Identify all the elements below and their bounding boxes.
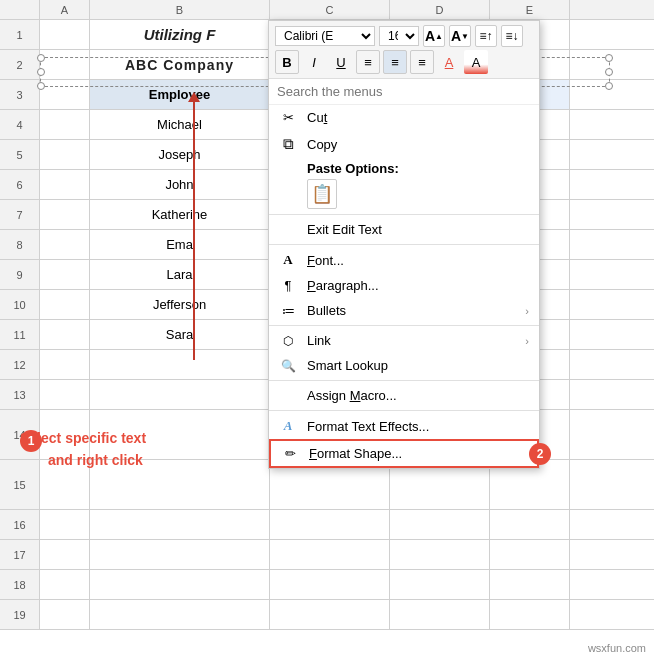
cell-17a <box>40 540 90 569</box>
cell-10b: Jefferson <box>90 290 270 319</box>
cell-3a <box>40 80 90 109</box>
col-header-e: E <box>490 0 570 19</box>
row-num: 2 <box>0 50 40 79</box>
step1-text-line2: and right click <box>48 452 146 468</box>
row-num-spacer <box>0 0 40 19</box>
search-input[interactable] <box>277 84 531 99</box>
align-center-btn[interactable]: ≡ <box>383 50 407 74</box>
indent-btn[interactable]: ≡↑ <box>475 25 497 47</box>
align-left-btn[interactable]: ≡ <box>356 50 380 74</box>
format-shape-icon: ✏ <box>281 446 299 461</box>
toolbar-row1: Calibri (E 16 A▲ A▼ ≡↑ ≡↓ <box>275 25 533 47</box>
font-color-btn[interactable]: A <box>437 50 461 74</box>
exit-edit-label: Exit Edit Text <box>307 222 529 237</box>
paste-options-section: Paste Options: 📋 <box>269 158 539 212</box>
step2-circle: 2 <box>529 443 551 465</box>
bullets-label: Bullets <box>307 303 515 318</box>
bullets-icon: ≔ <box>279 303 297 318</box>
increase-font-btn[interactable]: A▲ <box>423 25 445 47</box>
table-row: 18 <box>0 570 654 600</box>
copy-icon: ⧉ <box>279 135 297 153</box>
cell-7b: Katherine <box>90 200 270 229</box>
row-num: 4 <box>0 110 40 139</box>
col-header-a: A <box>40 0 90 19</box>
menu-item-font[interactable]: A Font... <box>269 247 539 273</box>
cell-6b: John <box>90 170 270 199</box>
cell-19a <box>40 600 90 629</box>
cell-11a <box>40 320 90 349</box>
cut-label: Cut <box>307 110 529 125</box>
toolbar-row2: B I U ≡ ≡ ≡ A A <box>275 50 533 74</box>
annotation-arrow <box>193 100 195 360</box>
align-right-btn[interactable]: ≡ <box>410 50 434 74</box>
menu-item-smart-lookup[interactable]: 🔍 Smart Lookup <box>269 353 539 378</box>
context-menu: Calibri (E 16 A▲ A▼ ≡↑ ≡↓ B I U ≡ ≡ ≡ A … <box>268 20 540 469</box>
row-num: 19 <box>0 600 40 629</box>
italic-btn[interactable]: I <box>302 50 326 74</box>
cut-icon: ✂ <box>279 110 297 125</box>
row-num: 17 <box>0 540 40 569</box>
cell-4a <box>40 110 90 139</box>
cell-19b <box>90 600 270 629</box>
menu-item-exit-edit[interactable]: Exit Edit Text <box>269 217 539 242</box>
menu-item-bullets[interactable]: ≔ Bullets › <box>269 298 539 323</box>
menu-item-paragraph[interactable]: ¶ Paragraph... <box>269 273 539 298</box>
table-row: 16 <box>0 510 654 540</box>
underline-btn[interactable]: U <box>329 50 353 74</box>
font-selector[interactable]: Calibri (E <box>275 26 375 46</box>
cell-17b <box>90 540 270 569</box>
paragraph-label: Paragraph... <box>307 278 529 293</box>
row-num: 13 <box>0 380 40 409</box>
bold-btn[interactable]: B <box>275 50 299 74</box>
menu-divider4 <box>269 380 539 381</box>
font-icon: A <box>279 252 297 268</box>
paste-options-label: Paste Options: <box>307 161 529 176</box>
row-num: 16 <box>0 510 40 539</box>
col-header-b: B <box>90 0 270 19</box>
menu-divider5 <box>269 410 539 411</box>
cell-1a <box>40 20 90 49</box>
menu-item-format-shape[interactable]: ✏ Format Shape... 2 <box>269 439 539 468</box>
cell-16d <box>390 510 490 539</box>
cell-2b: ABC Company <box>90 50 270 79</box>
outdent-btn[interactable]: ≡↓ <box>501 25 523 47</box>
cell-employee-header: Employee <box>90 80 270 109</box>
menu-item-assign-macro[interactable]: Assign Macro... <box>269 383 539 408</box>
menu-item-cut[interactable]: ✂ Cut <box>269 105 539 130</box>
menu-item-copy[interactable]: ⧉ Copy <box>269 130 539 158</box>
decrease-font-btn[interactable]: A▼ <box>449 25 471 47</box>
format-shape-label: Format Shape... <box>309 446 527 461</box>
format-toolbar: Calibri (E 16 A▲ A▼ ≡↑ ≡↓ B I U ≡ ≡ ≡ A … <box>269 21 539 79</box>
row-num: 5 <box>0 140 40 169</box>
font-size-selector[interactable]: 16 <box>379 26 419 46</box>
search-box[interactable] <box>269 79 539 105</box>
cell-10a <box>40 290 90 319</box>
link-arrow: › <box>525 335 529 347</box>
cell-5a <box>40 140 90 169</box>
link-icon: ⬡ <box>279 334 297 348</box>
cell-17c <box>270 540 390 569</box>
row-num: 11 <box>0 320 40 349</box>
row-num: 18 <box>0 570 40 599</box>
highlight-btn[interactable]: A <box>464 50 488 74</box>
cell-11b: Sara <box>90 320 270 349</box>
row-num: 7 <box>0 200 40 229</box>
link-label: Link <box>307 333 515 348</box>
font-label: Font... <box>307 253 529 268</box>
step1-circle: 1 <box>20 430 42 452</box>
paste-btn[interactable]: 📋 <box>307 179 337 209</box>
cell-8b: Ema <box>90 230 270 259</box>
cell-19e <box>490 600 570 629</box>
table-row: 19 <box>0 600 654 630</box>
col-header-d: D <box>390 0 490 19</box>
menu-item-format-text-effects[interactable]: A Format Text Effects... <box>269 413 539 439</box>
cell-18d <box>390 570 490 599</box>
cell-12b <box>90 350 270 379</box>
annotation-step1: 1 Select specific text and right click <box>20 430 146 468</box>
row-num: 1 <box>0 20 40 49</box>
cell-7a <box>40 200 90 229</box>
paragraph-icon: ¶ <box>279 278 297 293</box>
menu-item-link[interactable]: ⬡ Link › <box>269 328 539 353</box>
menu-divider2 <box>269 244 539 245</box>
row-num: 9 <box>0 260 40 289</box>
